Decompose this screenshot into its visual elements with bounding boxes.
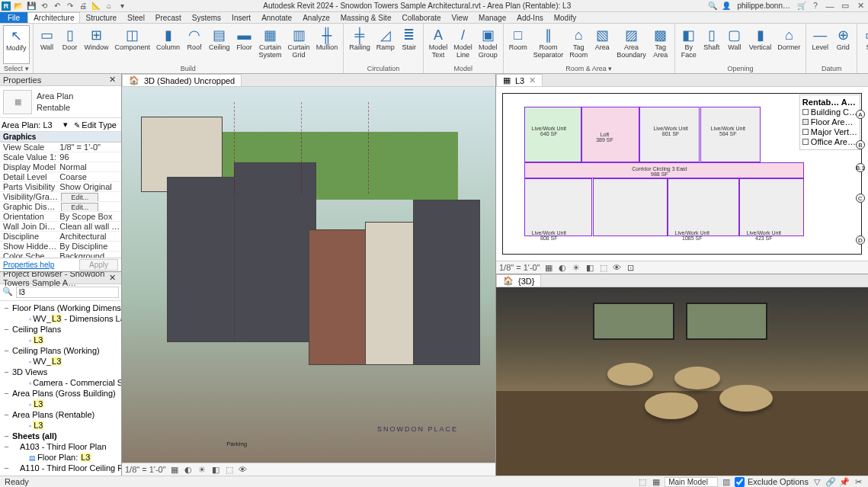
- minimize-button[interactable]: —: [824, 1, 836, 11]
- ribbon-room-separator[interactable]: ∥Room Separator: [531, 25, 566, 64]
- properties-help-link[interactable]: Properties help: [3, 261, 54, 269]
- sb-design-options-icon[interactable]: ▥: [721, 477, 732, 486]
- ribbon-vertical[interactable]: ▮Vertical: [747, 25, 774, 64]
- property-row[interactable]: Display ModelNormal: [0, 162, 121, 172]
- menu-tab-architecture[interactable]: Architecture: [27, 12, 80, 23]
- hide-icon[interactable]: 👁: [238, 464, 248, 475]
- ribbon-railing[interactable]: ╪Railing: [347, 25, 373, 64]
- qat-measure-icon[interactable]: 📐: [91, 1, 101, 11]
- view-3d-ext-tab[interactable]: 🏠 3D (Shaded) Uncropped: [122, 74, 242, 86]
- interior-canvas[interactable]: [496, 287, 868, 476]
- ribbon-level[interactable]: —Level: [809, 25, 831, 64]
- user-icon[interactable]: 👤: [721, 1, 732, 11]
- tree-node[interactable]: −Ceiling Plans: [2, 324, 120, 335]
- view-3d-int-tab[interactable]: 🏠 {3D}: [496, 274, 541, 287]
- ribbon-column[interactable]: ▮Column: [154, 25, 182, 64]
- ribbon-area[interactable]: ▧Area: [591, 25, 613, 64]
- crop-icon[interactable]: ⬚: [224, 464, 235, 475]
- qat-open-icon[interactable]: 📂: [13, 1, 24, 11]
- ribbon-roof[interactable]: ◠Roof: [184, 25, 205, 64]
- type-selector[interactable]: ▦ Area Plan Rentable: [0, 86, 121, 118]
- ribbon-tag-area[interactable]: ▩Tag Area: [650, 25, 671, 64]
- ribbon-ramp[interactable]: ◿Ramp: [374, 25, 397, 64]
- tree-node[interactable]: ▫L3: [2, 399, 120, 409]
- ribbon-dormer[interactable]: ⌂Dormer: [775, 25, 802, 64]
- tree-node[interactable]: ▫L3: [2, 335, 120, 345]
- tree-node[interactable]: ▤Floor Plan: L3: [2, 452, 120, 463]
- sunpath-icon[interactable]: ☀: [571, 262, 581, 273]
- property-row[interactable]: Parts VisibilityShow Original: [0, 182, 121, 192]
- ribbon-floor[interactable]: ▬Floor: [234, 25, 255, 64]
- tree-node[interactable]: ▫WV_L3: [2, 356, 120, 367]
- browser-close-icon[interactable]: ✕: [107, 273, 118, 283]
- ribbon-tag-room[interactable]: ⌂Tag Room: [567, 25, 590, 64]
- tree-node[interactable]: ▫Camera - Commercial Space L3: [2, 377, 120, 388]
- menu-tab-steel[interactable]: Steel: [122, 12, 150, 23]
- apply-button[interactable]: Apply: [79, 259, 118, 271]
- ribbon-wall[interactable]: ▢Wall: [724, 25, 745, 64]
- user-label[interactable]: philippe.bonn…: [735, 2, 794, 10]
- ribbon-model-line[interactable]: /Model Line: [451, 25, 475, 64]
- ribbon-modify[interactable]: ↖Modify: [3, 25, 30, 64]
- tree-node[interactable]: ▫L3: [2, 420, 120, 431]
- property-row[interactable]: Graphic Display O…Edit...: [0, 202, 121, 212]
- scale-label[interactable]: 1/8" = 1'-0": [125, 465, 166, 474]
- qat-home-icon[interactable]: ⌂: [104, 1, 114, 11]
- detail-level-icon[interactable]: ▦: [169, 464, 180, 475]
- tree-node[interactable]: −Ceiling Plans (Working): [2, 345, 120, 356]
- property-edit-button[interactable]: Edit...: [61, 203, 98, 211]
- view-plan-tab[interactable]: ▦ L3 ✕: [496, 74, 543, 86]
- menu-tab-modify[interactable]: Modify: [549, 12, 581, 23]
- ribbon-shaft[interactable]: ▯Shaft: [701, 25, 722, 64]
- file-menu[interactable]: File: [0, 12, 27, 23]
- restore-button[interactable]: ▭: [839, 1, 851, 11]
- tree-node[interactable]: −A110 - Third Floor Ceiling Plan: [2, 463, 120, 473]
- ribbon-grid[interactable]: ⊕Grid: [832, 25, 854, 64]
- tab-close-icon[interactable]: ✕: [529, 75, 536, 85]
- search-icon[interactable]: 🔍: [707, 1, 718, 11]
- sunpath-icon[interactable]: ☀: [197, 464, 207, 475]
- sb-pin-icon[interactable]: 📌: [839, 477, 850, 486]
- crop-icon[interactable]: ⬚: [598, 262, 609, 273]
- property-row[interactable]: Show Hidden LinesBy Discipline: [0, 242, 121, 252]
- reveal-icon[interactable]: ⊡: [626, 262, 636, 273]
- help-icon[interactable]: ?: [810, 1, 821, 11]
- property-row[interactable]: Scale Value 1:96: [0, 152, 121, 162]
- cart-icon[interactable]: 🛒: [796, 1, 807, 11]
- properties-close-icon[interactable]: ✕: [107, 75, 118, 85]
- ribbon-window[interactable]: ⊞Window: [82, 25, 111, 64]
- menu-tab-manage[interactable]: Manage: [473, 12, 511, 23]
- instance-name[interactable]: Area Plan: L3: [2, 120, 60, 130]
- menu-tab-precast[interactable]: Precast: [150, 12, 187, 23]
- menu-tab-insert[interactable]: Insert: [226, 12, 256, 23]
- tree-node[interactable]: −Area Plans (Gross Building): [2, 388, 120, 399]
- exterior-canvas[interactable]: SNOWDON PLACE Parking: [122, 87, 495, 463]
- property-row[interactable]: Visibility/Graphics …Edit...: [0, 192, 121, 202]
- ribbon-wall[interactable]: ▭Wall: [37, 25, 58, 64]
- browser-search-input[interactable]: [16, 287, 119, 298]
- property-row[interactable]: Color Scheme Loc…Background: [0, 252, 121, 258]
- ribbon-set[interactable]: ▭Set: [860, 25, 868, 64]
- qat-redo-icon[interactable]: ↷: [65, 1, 75, 11]
- ribbon-mullion[interactable]: ╫Mullion: [314, 25, 341, 64]
- tree-node[interactable]: ▤Reflected Ceiling Plan: L3: [2, 473, 120, 476]
- qat-undo-icon[interactable]: ↶: [52, 1, 62, 11]
- ribbon-stair[interactable]: ≣Stair: [399, 25, 420, 64]
- exclude-options-checkbox[interactable]: [735, 477, 745, 487]
- ribbon-by-face[interactable]: ◧By Face: [678, 25, 700, 64]
- shadows-icon[interactable]: ◧: [585, 262, 595, 273]
- menu-tab-structure[interactable]: Structure: [80, 12, 122, 23]
- tree-node[interactable]: −Area Plans (Rentable): [2, 409, 120, 420]
- close-button[interactable]: ✕: [854, 1, 866, 11]
- property-row[interactable]: View Scale1/8" = 1'-0": [0, 143, 121, 152]
- qat-sync-icon[interactable]: ⟲: [39, 1, 50, 11]
- ribbon-component[interactable]: ◫Component: [113, 25, 153, 64]
- ribbon-room[interactable]: □Room: [507, 25, 530, 64]
- property-edit-button[interactable]: Edit...: [61, 193, 98, 201]
- shadows-icon[interactable]: ◧: [210, 464, 221, 475]
- hide-icon[interactable]: 👁: [612, 262, 623, 273]
- ribbon-model-group[interactable]: ▣Model Group: [476, 25, 500, 64]
- ribbon-ceiling[interactable]: ▤Ceiling: [207, 25, 232, 64]
- menu-tab-massingsite[interactable]: Massing & Site: [335, 12, 397, 23]
- edit-type-button[interactable]: ✎ Edit Type: [71, 120, 120, 130]
